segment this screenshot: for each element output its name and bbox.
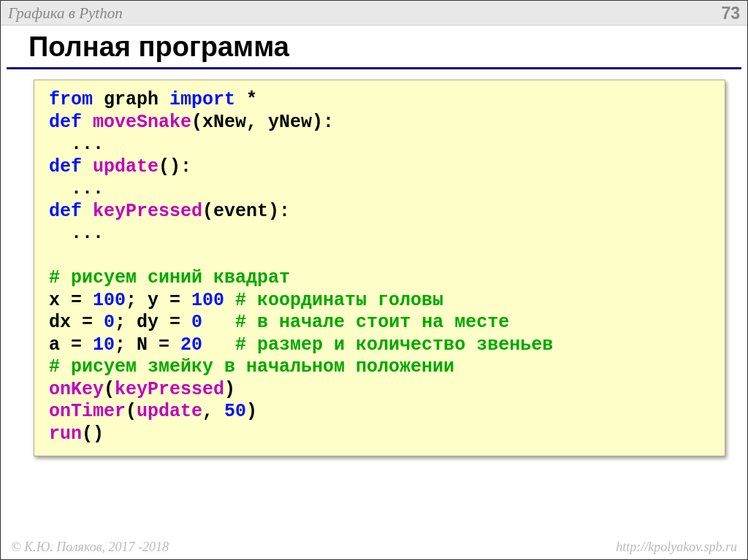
code-text: a = xyxy=(49,334,93,356)
number: 20 xyxy=(180,334,202,356)
kw-import: import xyxy=(169,89,235,110)
code-text: , xyxy=(202,401,224,422)
fn-call: run xyxy=(49,423,82,445)
fn-arg: update xyxy=(137,401,202,422)
kw-def: def xyxy=(49,156,82,177)
code-text: (xNew, yNew): xyxy=(191,112,334,133)
kw-def: def xyxy=(49,201,82,222)
number: 100 xyxy=(93,290,126,311)
footer: © К.Ю. Поляков, 2017 -2018 http://kpolya… xyxy=(1,540,747,555)
code-text: () xyxy=(82,423,104,445)
code-text xyxy=(82,156,93,177)
slide-title: Полная программа xyxy=(7,26,741,69)
code-text: ) xyxy=(224,379,235,400)
code-text: ( xyxy=(104,379,115,400)
header-title: Графика в Python xyxy=(8,4,123,23)
code-text: ) xyxy=(246,401,257,422)
code-text: graph xyxy=(93,89,169,110)
code-block: from graph import * def moveSnake(xNew, … xyxy=(34,80,725,456)
code-text: * xyxy=(235,89,257,110)
page-number: 73 xyxy=(721,4,740,23)
fn-name: moveSnake xyxy=(93,112,191,133)
code-text: ( xyxy=(126,401,137,422)
fn-name: update xyxy=(93,156,159,177)
comment: # размер и количество звеньев xyxy=(235,334,553,356)
fn-call: onKey xyxy=(49,379,104,400)
fn-arg: keyPressed xyxy=(115,379,224,400)
comment: # рисуем синий квадрат xyxy=(49,267,290,288)
footer-copyright: © К.Ю. Поляков, 2017 -2018 xyxy=(11,540,169,555)
number: 0 xyxy=(104,312,115,333)
number: 50 xyxy=(224,401,246,422)
header-bar: Графика в Python 73 xyxy=(1,1,747,26)
footer-url: http://kpolyakov.spb.ru xyxy=(616,540,737,555)
code-text: ... xyxy=(49,178,104,199)
code-text xyxy=(82,112,93,133)
code-text xyxy=(202,334,235,356)
kw-from: from xyxy=(49,89,93,110)
number: 0 xyxy=(191,312,202,333)
code-text: x = xyxy=(49,290,93,311)
comment: # координаты головы xyxy=(235,290,443,311)
comment: # в начале стоит на месте xyxy=(235,312,509,333)
comment: # рисуем змейку в начальном положении xyxy=(49,356,454,377)
code-text xyxy=(202,312,235,333)
code-text: ; dy = xyxy=(115,312,191,333)
code-text: ... xyxy=(49,134,104,155)
code-text: (event): xyxy=(202,201,290,222)
code-text xyxy=(82,201,93,222)
code-text: (): xyxy=(159,156,191,177)
fn-name: keyPressed xyxy=(93,201,202,222)
code-text: ; y = xyxy=(126,290,191,311)
fn-call: onTimer xyxy=(49,401,126,422)
code-text: dx = xyxy=(49,312,104,333)
code-text xyxy=(224,290,235,311)
code-text: ; N = xyxy=(115,334,180,356)
number: 100 xyxy=(191,290,224,311)
kw-def: def xyxy=(49,112,82,133)
code-text: ... xyxy=(49,223,104,244)
number: 10 xyxy=(93,334,115,356)
